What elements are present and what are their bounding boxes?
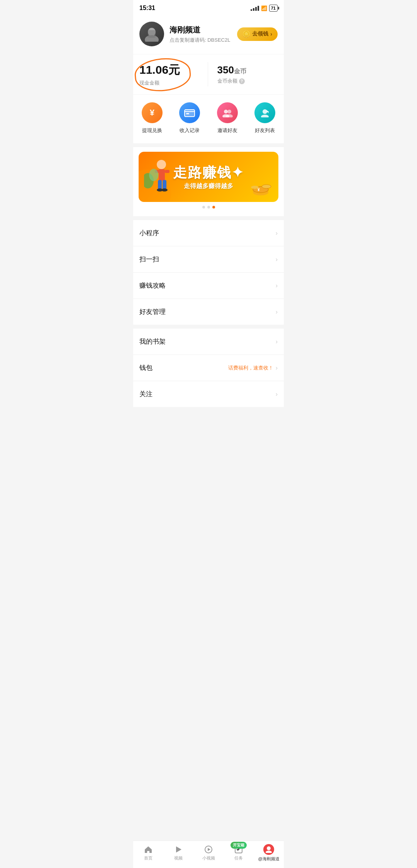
avatar[interactable] (139, 22, 164, 46)
income-icon (179, 102, 200, 123)
action-withdraw[interactable]: ¥ 提现兑换 (142, 102, 163, 134)
menu-right-scan: › (276, 256, 278, 263)
balance-cash: 11.06元 现金金额 (139, 62, 208, 86)
banner-person (144, 158, 175, 202)
wifi-icon: 📶 (261, 5, 267, 11)
profile-name: 海刚频道 (170, 25, 230, 35)
svg-point-6 (227, 110, 231, 114)
profile-invite[interactable]: 点击复制邀请码: DBSEC2L (170, 37, 230, 44)
profile-section: 海刚频道 点击复制邀请码: DBSEC2L 🪙 去领钱 › (133, 15, 284, 54)
menu-label-wallet: 钱包 (139, 363, 153, 372)
help-icon[interactable]: ? (239, 78, 245, 84)
balance-section: 11.06元 现金金额 350金币 金币余额 ? (133, 54, 284, 94)
quick-actions: ¥ 提现兑换 收入记录 邀请好友 (133, 95, 284, 143)
banner-main-text: 走路赚钱✦ (173, 163, 244, 182)
svg-point-13 (157, 160, 166, 169)
claim-button[interactable]: 🪙 去领钱 › (237, 27, 278, 41)
banner-section: 走路赚钱✦ 走得越多赚得越多 ¥ (133, 147, 284, 216)
status-time: 15:31 (139, 5, 155, 12)
dot-2 (207, 206, 210, 209)
menu-right-follow: › (276, 391, 278, 398)
action-income[interactable]: 收入记录 (179, 102, 200, 134)
banner-dots (139, 206, 278, 209)
cash-amount: 11.06元 (139, 62, 200, 78)
chevron-icon-follow: › (276, 391, 278, 398)
signal-icon (251, 6, 259, 11)
svg-rect-4 (186, 113, 189, 114)
action-label-income: 收入记录 (180, 127, 200, 134)
menu-bookshelf[interactable]: 我的书架 › (133, 329, 284, 355)
svg-point-5 (224, 110, 228, 114)
coin-icon: 🪙 (242, 31, 250, 38)
menu-right-bookshelf: › (276, 338, 278, 345)
banner-content: 走路赚钱✦ 走得越多赚得越多 (173, 163, 244, 190)
menu-miniprogram[interactable]: 小程序 › (133, 220, 284, 246)
menu-label-bookshelf: 我的书架 (139, 337, 166, 346)
gold-amount: 350 (217, 64, 234, 76)
action-label-invite: 邀请好友 (217, 127, 237, 134)
coins-deco: ¥ (249, 179, 272, 198)
svg-rect-18 (163, 180, 166, 190)
menu-label-miniprogram: 小程序 (139, 229, 159, 237)
menu-section-1: 小程序 › 扫一扫 › 赚钱攻略 › 好友管理 › (133, 220, 284, 325)
balance-gold: 350金币 金币余额 ? (208, 64, 278, 85)
menu-wallet[interactable]: 钱包 话费福利，速查收！ › (133, 355, 284, 381)
action-friends[interactable]: 好友列表 (254, 102, 275, 134)
profile-info: 海刚频道 点击复制邀请码: DBSEC2L (170, 25, 230, 44)
menu-friend-manage[interactable]: 好友管理 › (133, 299, 284, 325)
menu-label-strategy: 赚钱攻略 (139, 281, 166, 290)
chevron-icon-bookshelf: › (276, 338, 278, 345)
menu-right-friend: › (276, 309, 278, 315)
invite-icon (217, 102, 238, 123)
menu-label-friend-manage: 好友管理 (139, 307, 166, 316)
svg-text:¥: ¥ (258, 188, 260, 192)
svg-rect-14 (159, 169, 165, 181)
menu-right-wallet: 话费福利，速查收！ › (228, 364, 278, 371)
svg-point-20 (161, 188, 168, 192)
banner-sub-text: 走得越多赚得越多 (173, 182, 244, 190)
action-invite[interactable]: 邀请好友 (217, 102, 238, 134)
dot-3 (212, 206, 215, 209)
menu-right: › (276, 230, 278, 237)
battery-indicator: 71 (269, 5, 278, 12)
svg-point-22 (149, 169, 158, 181)
wallet-hint: 话费福利，速查收！ (228, 364, 273, 371)
friends-icon (254, 102, 275, 123)
svg-rect-16 (165, 170, 170, 173)
chevron-icon-scan: › (276, 256, 278, 263)
chevron-icon-wallet: › (276, 364, 278, 371)
banner[interactable]: 走路赚钱✦ 走得越多赚得越多 ¥ (139, 152, 278, 202)
menu-right-strategy: › (276, 282, 278, 289)
svg-rect-3 (185, 110, 195, 117)
menu-follow[interactable]: 关注 › (133, 381, 284, 407)
menu-label-scan: 扫一扫 (139, 255, 159, 264)
svg-point-10 (261, 115, 269, 117)
svg-point-29 (251, 186, 259, 189)
dot-1 (202, 206, 205, 209)
profile-left: 海刚频道 点击复制邀请码: DBSEC2L (139, 22, 230, 46)
chevron-icon: › (276, 230, 278, 237)
action-label-withdraw: 提现兑换 (142, 127, 162, 134)
action-label-friends: 好友列表 (255, 127, 275, 134)
status-bar: 15:31 📶 71 (133, 0, 284, 15)
withdraw-icon: ¥ (142, 102, 163, 123)
gold-label: 金币余额 ? (217, 78, 278, 85)
status-icons: 📶 71 (251, 5, 278, 12)
svg-rect-2 (148, 30, 156, 38)
gold-unit: 金币 (234, 68, 246, 75)
menu-strategy[interactable]: 赚钱攻略 › (133, 273, 284, 299)
chevron-icon-friend: › (276, 309, 278, 315)
menu-scan[interactable]: 扫一扫 › (133, 246, 284, 273)
chevron-icon-strategy: › (276, 282, 278, 289)
cash-label: 现金金额 (139, 80, 200, 86)
svg-rect-17 (158, 180, 162, 190)
menu-section-2: 我的书架 › 钱包 话费福利，速查收！ › 关注 › (133, 329, 284, 407)
menu-label-follow: 关注 (139, 390, 153, 398)
